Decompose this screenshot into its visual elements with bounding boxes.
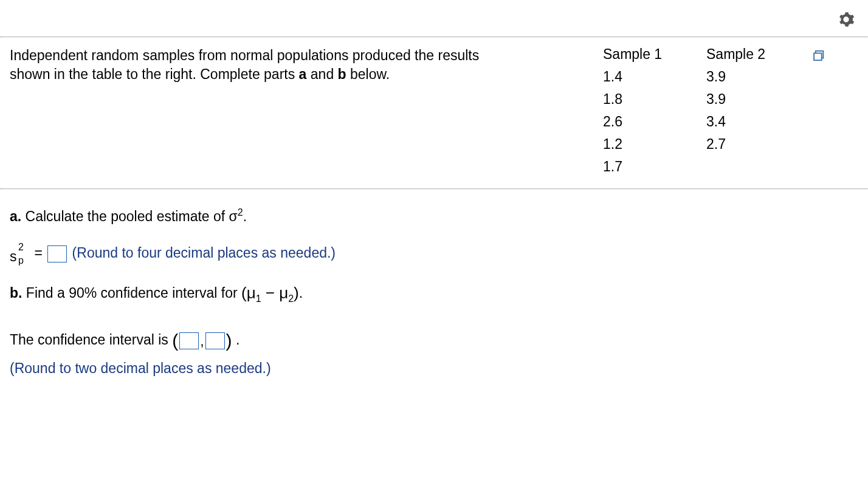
and-text: and bbox=[306, 66, 337, 82]
sample1-val: 2.6 bbox=[603, 114, 706, 130]
sigma-squared: σ2 bbox=[229, 205, 243, 227]
ci-period: . bbox=[236, 332, 239, 348]
problem-line1: Independent random samples from normal p… bbox=[10, 47, 479, 63]
sample2-header: Sample 2 bbox=[706, 46, 810, 63]
ci-lower-input[interactable] bbox=[179, 332, 199, 349]
sample2-val: 2.7 bbox=[706, 136, 810, 153]
part-a-text: Calculate the pooled estimate of bbox=[21, 208, 229, 224]
svg-rect-1 bbox=[814, 53, 822, 61]
mu1-mu2: (μ1 − μ2) bbox=[241, 281, 299, 306]
part-a-period: . bbox=[243, 208, 247, 224]
ci-text: The confidence interval is bbox=[10, 332, 172, 348]
part-b-hint: (Round to two decimal places as needed.) bbox=[10, 358, 858, 379]
sample1-val: 1.2 bbox=[603, 136, 706, 153]
ci-comma: , bbox=[200, 331, 204, 352]
sample2-val: 3.9 bbox=[706, 91, 810, 108]
sample2-val: 3.9 bbox=[706, 69, 810, 85]
part-a-hint: (Round to four decimal places as needed.… bbox=[72, 245, 336, 261]
problem-statement: Independent random samples from normal p… bbox=[10, 46, 585, 175]
sample1-val: 1.8 bbox=[603, 91, 706, 108]
ci-inputs: ( , ) bbox=[172, 331, 232, 352]
part-b-period: . bbox=[299, 285, 303, 301]
paren-open: ( bbox=[172, 332, 178, 350]
sp2-input[interactable] bbox=[47, 245, 67, 262]
ci-upper-input[interactable] bbox=[205, 332, 225, 349]
sample1-val: 1.4 bbox=[603, 69, 706, 85]
part-b-text: Find a 90% confidence interval for bbox=[22, 285, 241, 301]
answers-block: a. Calculate the pooled estimate of σ2. … bbox=[0, 190, 868, 403]
sample2-column: Sample 2 3.9 3.9 3.4 2.7 bbox=[706, 46, 810, 175]
bold-a: a bbox=[299, 66, 307, 82]
problem-block: Independent random samples from normal p… bbox=[0, 38, 868, 188]
sample1-header: Sample 1 bbox=[603, 46, 706, 63]
part-a-label: a. bbox=[10, 208, 21, 224]
sample1-column: Sample 1 1.4 1.8 2.6 1.2 1.7 bbox=[603, 46, 706, 175]
part-b-answer: The confidence interval is ( , ) . bbox=[10, 329, 858, 351]
part-a-question: a. Calculate the pooled estimate of σ2. bbox=[10, 205, 858, 227]
below-text: below. bbox=[346, 66, 390, 82]
part-a-answer: s2p = (Round to four decimal places as n… bbox=[10, 241, 858, 267]
gear-icon[interactable] bbox=[838, 11, 855, 28]
part-b-label: b. bbox=[10, 285, 22, 301]
copy-icon[interactable] bbox=[813, 49, 827, 60]
paren-close: ) bbox=[226, 332, 232, 350]
sample2-val: 3.4 bbox=[706, 114, 810, 130]
top-bar bbox=[0, 0, 868, 36]
problem-line2: shown in the table to the right. Complet… bbox=[10, 66, 299, 82]
part-b-question: b. Find a 90% confidence interval for (μ… bbox=[10, 281, 858, 306]
sample1-val: 1.7 bbox=[603, 159, 706, 175]
equals: = bbox=[34, 245, 46, 261]
data-table: Sample 1 1.4 1.8 2.6 1.2 1.7 Sample 2 3.… bbox=[585, 46, 858, 175]
s-p-squared: s2p bbox=[10, 241, 28, 267]
bold-b: b bbox=[338, 66, 346, 82]
